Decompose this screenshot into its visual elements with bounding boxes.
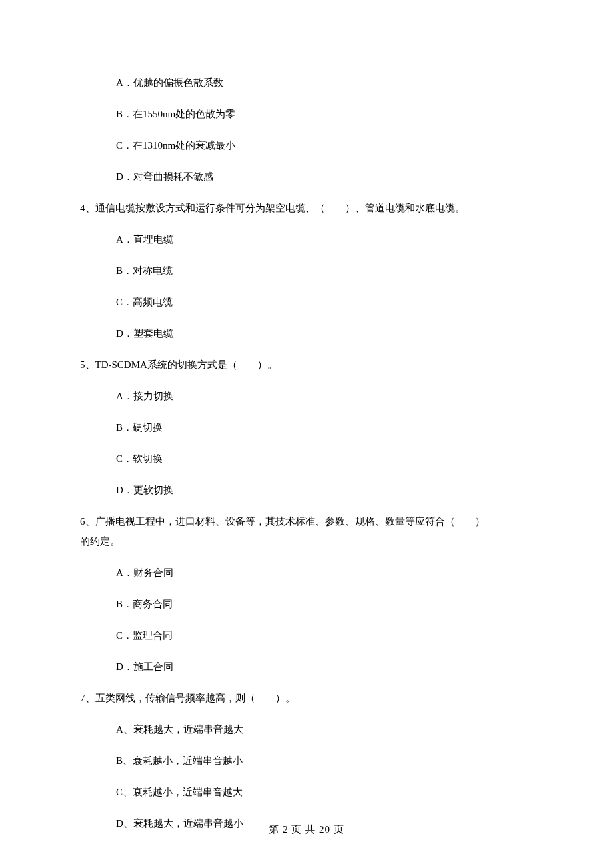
- q3-option-a: A．优越的偏振色散系数: [80, 75, 533, 91]
- q7-option-c: C、衰耗越小，近端串音越大: [80, 784, 533, 800]
- q4-stem: 4、通信电缆按敷设方式和运行条件可分为架空电缆、（ ）、管道电缆和水底电缆。: [80, 200, 533, 216]
- q6-option-b: B．商务合同: [80, 596, 533, 612]
- q7-option-a: A、衰耗越大，近端串音越大: [80, 721, 533, 737]
- q5-stem: 5、TD-SCDMA系统的切换方式是（ ）。: [80, 357, 533, 373]
- page-footer: 第 2 页 共 20 页: [0, 823, 613, 836]
- q4-option-a: A．直埋电缆: [80, 231, 533, 247]
- q3-option-b: B．在1550nm处的色散为零: [80, 106, 533, 122]
- q4-option-c: C．高频电缆: [80, 294, 533, 310]
- q4-option-d: D．塑套电缆: [80, 325, 533, 341]
- q6-option-a: A．财务合同: [80, 565, 533, 581]
- q3-option-d: D．对弯曲损耗不敏感: [80, 169, 533, 185]
- q5-option-a: A．接力切换: [80, 388, 533, 404]
- q5-option-d: D．更软切换: [80, 482, 533, 498]
- q5-option-b: B．硬切换: [80, 419, 533, 435]
- q3-option-c: C．在1310nm处的衰减最小: [80, 137, 533, 153]
- q4-option-b: B．对称电缆: [80, 263, 533, 279]
- q6-stem-line1: 6、广播电视工程中，进口材料、设备等，其技术标准、参数、规格、数量等应符合（ ）: [80, 513, 533, 529]
- q7-stem: 7、五类网线，传输信号频率越高，则（ ）。: [80, 690, 533, 706]
- q5-option-c: C．软切换: [80, 451, 533, 467]
- q6-option-c: C．监理合同: [80, 627, 533, 643]
- page-content: A．优越的偏振色散系数 B．在1550nm处的色散为零 C．在1310nm处的衰…: [0, 0, 613, 831]
- q6-option-d: D．施工合同: [80, 659, 533, 675]
- q6-stem-line2: 的约定。: [80, 533, 533, 549]
- q7-option-b: B、衰耗越小，近端串音越小: [80, 753, 533, 769]
